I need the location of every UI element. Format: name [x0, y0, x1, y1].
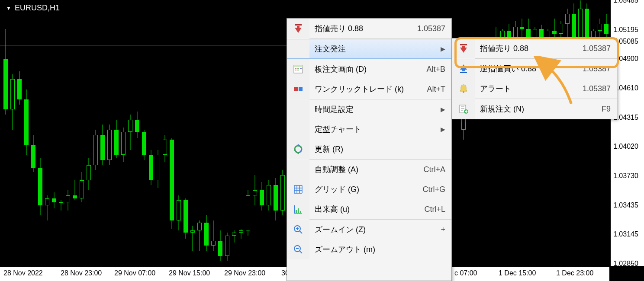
- menu-item-label: 新規注文 (N): [475, 104, 599, 114]
- menu-item-shortcut: +: [438, 225, 445, 234]
- grid-icon: [287, 179, 309, 199]
- y-tick: 1.03730: [613, 172, 638, 180]
- new-order-icon: [452, 99, 475, 119]
- chart-context-menu[interactable]: 指値売り 0.881.05387注文発注▶板注文画面 (D)Alt+Bワンクリッ…: [287, 18, 452, 281]
- svg-rect-15: [460, 44, 467, 45]
- x-tick: 28 Nov 23:00: [61, 269, 102, 277]
- svg-rect-11: [298, 208, 299, 213]
- menu-item-label: グリッド (G): [309, 184, 420, 195]
- menu-item-label: 板注文画面 (D): [309, 64, 424, 74]
- svg-rect-8: [294, 87, 298, 91]
- submenu-item[interactable]: 逆指値買い 0.881.05387: [452, 59, 617, 79]
- context-menu-item[interactable]: 注文発注▶: [287, 39, 451, 59]
- context-menu-item[interactable]: 定型チャート▶: [287, 119, 451, 139]
- x-tick: 29 Nov 15:00: [169, 269, 210, 277]
- menu-item-label: 更新 (R): [309, 144, 445, 154]
- context-menu-item[interactable]: ワンクリックトレード (k)Alt+T: [287, 79, 451, 99]
- menu-item-shortcut: 1.05387: [580, 64, 611, 73]
- submenu-item[interactable]: アラート1.05387: [452, 79, 617, 99]
- context-menu-item[interactable]: グリッド (G)Ctrl+G: [287, 179, 451, 199]
- order-submenu[interactable]: 指値売り 0.881.05387逆指値買い 0.881.05387アラート1.0…: [452, 38, 617, 119]
- x-tick: 29 Nov 07:00: [114, 269, 155, 277]
- svg-rect-0: [295, 24, 302, 26]
- volume-icon: [287, 199, 309, 219]
- context-menu-item[interactable]: 時間足設定▶: [287, 99, 451, 119]
- alert-bell-icon: [452, 79, 475, 99]
- menu-item-shortcut: Ctrl+A: [421, 165, 445, 174]
- svg-rect-2: [294, 65, 303, 67]
- menu-item-label: 時間足設定: [309, 104, 441, 115]
- menu-item-shortcut: 1.05387: [415, 24, 445, 33]
- y-tick: 1.04020: [613, 143, 638, 150]
- context-menu-item[interactable]: 自動調整 (A)Ctrl+A: [287, 160, 451, 179]
- submenu-arrow-icon: ▶: [441, 106, 445, 113]
- y-tick: 1.03145: [613, 230, 638, 238]
- menu-item-shortcut: Ctrl+G: [420, 185, 445, 194]
- sell-arrow-down-icon: [452, 38, 475, 58]
- y-tick: 1.05485: [613, 0, 638, 4]
- sell-arrow-down-icon: [287, 19, 309, 38]
- svg-rect-16: [460, 72, 467, 73]
- menu-item-label: 定型チャート: [309, 124, 441, 134]
- context-menu-item[interactable]: 出来高 (u)Ctrl+L: [287, 199, 451, 219]
- submenu-arrow-icon: ▶: [441, 126, 445, 133]
- x-tick: 1 Dec 15:00: [499, 269, 536, 277]
- menu-item-shortcut: Alt+B: [424, 65, 445, 74]
- order-book-icon: [287, 59, 309, 79]
- menu-item-label: 指値売り 0.88: [475, 43, 580, 54]
- blank-icon: [287, 39, 309, 58]
- menu-item-shortcut: F9: [599, 105, 611, 114]
- blank-icon: [287, 99, 309, 119]
- svg-rect-9: [299, 87, 303, 91]
- menu-item-label: ズームイン (Z): [309, 224, 438, 235]
- svg-rect-3: [295, 68, 296, 69]
- menu-item-shortcut: 1.05387: [580, 44, 611, 53]
- y-tick: 1.02850: [613, 260, 638, 268]
- menu-item-label: 出来高 (u): [309, 204, 422, 214]
- context-menu-item[interactable]: 板注文画面 (D)Alt+B: [287, 59, 451, 79]
- svg-rect-10: [296, 210, 297, 213]
- svg-rect-5: [300, 68, 302, 69]
- menu-item-label: 逆指値買い 0.88: [475, 64, 580, 74]
- zoom-in-icon: [287, 220, 309, 239]
- context-menu-item[interactable]: ズームイン (Z)+: [287, 220, 451, 239]
- menu-item-label: 自動調整 (A): [309, 164, 421, 175]
- svg-rect-6: [295, 70, 296, 70]
- menu-item-shortcut: Ctrl+L: [422, 205, 445, 214]
- svg-point-17: [463, 91, 464, 93]
- one-click-icon: [287, 79, 309, 99]
- refresh-icon: [287, 139, 309, 159]
- y-tick: 1.05195: [613, 26, 638, 34]
- x-tick: 1 Dec 23:00: [556, 269, 593, 277]
- context-menu-item[interactable]: 指値売り 0.881.05387: [287, 19, 451, 38]
- x-tick: 28 Nov 2022: [3, 269, 43, 277]
- x-tick: c 07:00: [454, 269, 477, 277]
- submenu-item[interactable]: 指値売り 0.881.05387: [452, 38, 617, 58]
- menu-item-label: 指値売り 0.88: [309, 23, 415, 34]
- context-menu-item[interactable]: 更新 (R): [287, 139, 451, 159]
- menu-item-label: ズームアウト (m): [309, 244, 443, 255]
- submenu-item[interactable]: 新規注文 (N)F9: [452, 99, 617, 119]
- svg-rect-12: [300, 211, 301, 213]
- context-menu-item[interactable]: ズームアウト (m): [287, 239, 451, 259]
- blank-icon: [287, 119, 309, 139]
- submenu-arrow-icon: ▶: [441, 45, 445, 52]
- zoom-out-icon: [287, 239, 309, 259]
- menu-item-label: 注文発注: [309, 44, 441, 54]
- x-tick: 29 Nov 23:00: [224, 269, 265, 277]
- menu-item-label: ワンクリックトレード (k): [309, 84, 424, 94]
- menu-item-label: アラート: [475, 83, 580, 94]
- svg-rect-4: [297, 68, 299, 69]
- blank-icon: [287, 160, 309, 179]
- y-tick: 1.03435: [613, 201, 638, 209]
- buy-arrow-up-icon: [452, 59, 475, 79]
- menu-item-shortcut: Alt+T: [424, 85, 445, 94]
- menu-item-shortcut: 1.05387: [580, 84, 611, 93]
- svg-rect-7: [297, 70, 299, 70]
